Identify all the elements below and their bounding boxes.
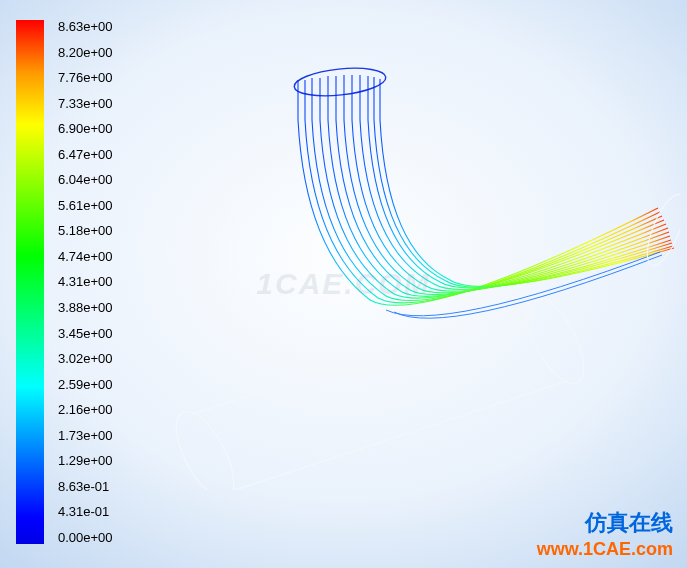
legend-label: 0.00e+00 xyxy=(58,531,113,544)
color-legend: 8.63e+00 8.20e+00 7.76e+00 7.33e+00 6.90… xyxy=(16,20,196,544)
svg-line-3 xyxy=(217,381,567,490)
legend-label: 1.29e+00 xyxy=(58,454,113,467)
legend-label: 3.88e+00 xyxy=(58,301,113,314)
legend-label: 7.76e+00 xyxy=(58,71,113,84)
svg-point-4 xyxy=(293,64,387,99)
legend-label: 4.31e-01 xyxy=(58,505,113,518)
color-bar xyxy=(16,20,44,544)
legend-label: 1.73e+00 xyxy=(58,429,113,442)
color-bar-labels: 8.63e+00 8.20e+00 7.76e+00 7.33e+00 6.90… xyxy=(58,20,113,544)
simulation-viewport: 8.63e+00 8.20e+00 7.76e+00 7.33e+00 6.90… xyxy=(0,0,687,568)
legend-label: 2.59e+00 xyxy=(58,378,113,391)
legend-label: 2.16e+00 xyxy=(58,403,113,416)
legend-label: 5.18e+00 xyxy=(58,224,113,237)
center-watermark: 1CAE.COM xyxy=(256,267,430,301)
watermark-chinese: 仿真在线 xyxy=(585,508,673,538)
legend-label: 6.47e+00 xyxy=(58,148,113,161)
legend-label: 6.90e+00 xyxy=(58,122,113,135)
legend-label: 4.74e+00 xyxy=(58,250,113,263)
watermark-url: www.1CAE.com xyxy=(537,539,673,560)
svg-line-2 xyxy=(193,299,543,414)
legend-label: 8.20e+00 xyxy=(58,46,113,59)
legend-label: 8.63e-01 xyxy=(58,480,113,493)
legend-label: 5.61e+00 xyxy=(58,199,113,212)
legend-label: 7.33e+00 xyxy=(58,97,113,110)
legend-label: 3.02e+00 xyxy=(58,352,113,365)
legend-label: 6.04e+00 xyxy=(58,173,113,186)
svg-point-5 xyxy=(640,190,680,270)
legend-label: 8.63e+00 xyxy=(58,20,113,33)
legend-label: 4.31e+00 xyxy=(58,275,113,288)
legend-label: 3.45e+00 xyxy=(58,327,113,340)
